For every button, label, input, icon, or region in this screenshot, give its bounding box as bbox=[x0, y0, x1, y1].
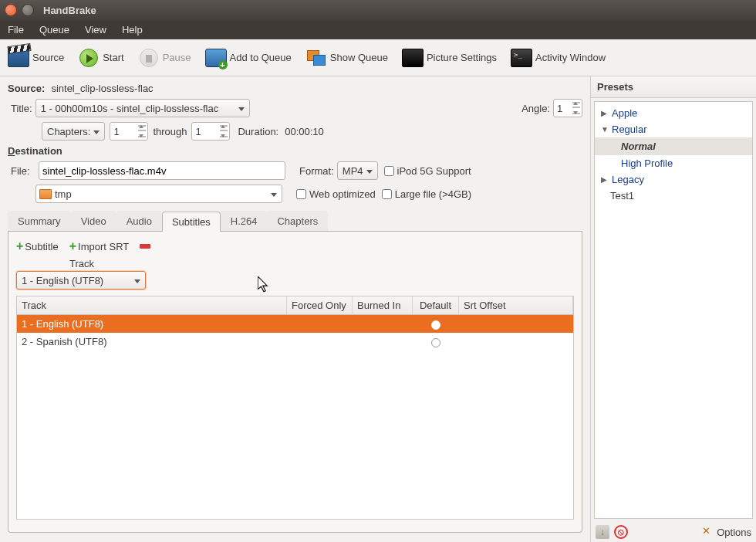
toolbar-pause-button: Pause bbox=[138, 49, 191, 67]
track-header-label: Track bbox=[16, 258, 147, 269]
preset-category-apple[interactable]: ▶ Apple bbox=[595, 105, 752, 121]
table-row[interactable]: 1 - English (UTF8) bbox=[17, 315, 573, 333]
chapter-to-value: 1 bbox=[195, 126, 201, 137]
toolbar-show-queue-label: Show Queue bbox=[330, 52, 388, 63]
presets-tree[interactable]: ▶ Apple ▼ Regular Normal High Profile ▶ … bbox=[594, 101, 753, 519]
chapters-mode-label: Chapters: bbox=[47, 126, 90, 137]
menu-help[interactable]: Help bbox=[122, 24, 143, 36]
minus-icon bbox=[140, 244, 150, 249]
folder-dropdown[interactable]: tmp bbox=[35, 185, 282, 203]
preset-normal[interactable]: Normal bbox=[595, 137, 752, 155]
preset-save-button[interactable] bbox=[596, 525, 609, 539]
preset-delete-button[interactable]: ⦸ bbox=[614, 525, 628, 539]
large-file-checkbox[interactable]: Large file (>4GB) bbox=[382, 188, 471, 200]
toolbar-add-queue-label: Add to Queue bbox=[230, 52, 292, 63]
menu-view[interactable]: View bbox=[85, 24, 106, 36]
menu-queue[interactable]: Queue bbox=[39, 24, 69, 36]
col-default[interactable]: Default bbox=[413, 296, 459, 314]
preset-high-profile[interactable]: High Profile bbox=[595, 155, 752, 171]
row-track: 2 - Spanish (UTF8) bbox=[17, 334, 287, 350]
web-optimized-checkbox[interactable]: Web optimized bbox=[296, 188, 376, 200]
ipod-checkbox[interactable]: iPod 5G Support bbox=[384, 165, 471, 177]
tab-subtitles[interactable]: Subtitles bbox=[162, 212, 221, 232]
tab-video[interactable]: Video bbox=[71, 211, 116, 231]
title-label: Title: bbox=[11, 103, 32, 114]
subtitle-table: Track Forced Only Burned In Default Srt … bbox=[16, 296, 574, 520]
toolbar-activity-button[interactable]: Activity Window bbox=[511, 49, 606, 67]
chapter-to-input[interactable]: 1 bbox=[191, 122, 230, 141]
toolbar-pause-label: Pause bbox=[163, 52, 191, 63]
toolbar: Source Start Pause Add to Queue Show Que… bbox=[0, 39, 756, 76]
title-dropdown[interactable]: 1 - 00h00m10s - sintel_clip-lossless-fla… bbox=[35, 99, 250, 117]
chapter-from-input[interactable]: 1 bbox=[110, 122, 148, 141]
col-burned[interactable]: Burned In bbox=[353, 296, 413, 314]
tab-chapters[interactable]: Chapters bbox=[267, 211, 328, 231]
source-value: sintel_clip-lossless-flac bbox=[51, 83, 153, 94]
plus-icon: + bbox=[16, 239, 23, 253]
toolbar-picture-button[interactable]: Picture Settings bbox=[402, 49, 497, 67]
chapters-mode-dropdown[interactable]: Chapters: bbox=[42, 122, 105, 141]
tabs: Summary Video Audio Subtitles H.264 Chap… bbox=[8, 211, 582, 232]
add-subtitle-button[interactable]: + Subtitle bbox=[16, 239, 59, 253]
default-radio[interactable] bbox=[431, 320, 440, 330]
import-srt-button[interactable]: + Import SRT bbox=[69, 239, 130, 253]
col-track[interactable]: Track bbox=[17, 296, 287, 314]
preset-options-button[interactable]: Options bbox=[701, 526, 751, 538]
preset-category-regular[interactable]: ▼ Regular bbox=[595, 121, 752, 137]
queue-show-icon bbox=[305, 49, 327, 67]
toolbar-show-queue-button[interactable]: Show Queue bbox=[305, 49, 388, 67]
toolbar-source-button[interactable]: Source bbox=[8, 49, 64, 67]
pause-icon bbox=[140, 49, 158, 67]
window-titlebar: HandBrake bbox=[0, 0, 756, 20]
col-offset[interactable]: Srt Offset bbox=[459, 296, 573, 314]
folder-icon bbox=[39, 189, 52, 199]
toolbar-source-label: Source bbox=[32, 52, 64, 63]
tools-icon bbox=[701, 526, 714, 538]
preset-test1[interactable]: Test1 bbox=[595, 188, 752, 204]
queue-add-icon bbox=[205, 49, 227, 67]
tab-h264[interactable]: H.264 bbox=[221, 211, 268, 231]
row-track: 1 - English (UTF8) bbox=[17, 316, 287, 332]
file-label: File: bbox=[11, 165, 35, 177]
clapperboard-icon bbox=[8, 49, 29, 67]
tab-summary[interactable]: Summary bbox=[8, 211, 71, 231]
subtitles-panel: + Subtitle + Import SRT Track 1 - Englis… bbox=[8, 232, 582, 533]
plus-icon: + bbox=[69, 239, 76, 253]
through-label: through bbox=[153, 126, 187, 137]
menubar: File Queue View Help bbox=[0, 20, 756, 39]
expand-icon[interactable]: ▶ bbox=[601, 109, 609, 117]
chapter-from-value: 1 bbox=[113, 126, 119, 137]
source-label: Source: bbox=[8, 83, 45, 94]
angle-input[interactable]: 1 bbox=[553, 99, 582, 117]
toolbar-start-label: Start bbox=[103, 52, 123, 63]
expand-icon[interactable]: ▶ bbox=[601, 175, 609, 184]
window-close-button[interactable] bbox=[5, 4, 17, 16]
menu-file[interactable]: File bbox=[8, 24, 24, 36]
track-dropdown-value: 1 - English (UTF8) bbox=[22, 275, 103, 286]
default-radio[interactable] bbox=[431, 338, 440, 347]
preset-category-legacy[interactable]: ▶ Legacy bbox=[595, 171, 752, 188]
tab-audio[interactable]: Audio bbox=[116, 211, 162, 231]
angle-value: 1 bbox=[557, 103, 562, 114]
track-dropdown[interactable]: 1 - English (UTF8) bbox=[16, 271, 146, 290]
file-input[interactable] bbox=[39, 161, 285, 180]
presets-heading: Presets bbox=[591, 76, 756, 98]
table-row[interactable]: 2 - Spanish (UTF8) bbox=[17, 333, 573, 351]
duration-label: Duration: bbox=[238, 126, 278, 137]
toolbar-start-button[interactable]: Start bbox=[78, 49, 123, 67]
format-dropdown[interactable]: MP4 bbox=[337, 161, 378, 180]
toolbar-activity-label: Activity Window bbox=[535, 52, 606, 63]
toolbar-picture-label: Picture Settings bbox=[427, 52, 497, 63]
table-header: Track Forced Only Burned In Default Srt … bbox=[17, 296, 573, 315]
toolbar-add-queue-button[interactable]: Add to Queue bbox=[205, 49, 292, 67]
presets-footer: ⦸ Options bbox=[591, 522, 756, 542]
col-forced[interactable]: Forced Only bbox=[287, 296, 353, 314]
remove-subtitle-button[interactable] bbox=[140, 244, 150, 249]
window-minimize-button[interactable] bbox=[22, 4, 34, 16]
angle-label: Angle: bbox=[521, 103, 550, 114]
duration-value: 00:00:10 bbox=[285, 126, 324, 137]
format-value: MP4 bbox=[343, 165, 363, 177]
collapse-icon[interactable]: ▼ bbox=[601, 125, 609, 134]
play-icon bbox=[79, 49, 98, 67]
destination-heading: Destination bbox=[8, 145, 62, 157]
